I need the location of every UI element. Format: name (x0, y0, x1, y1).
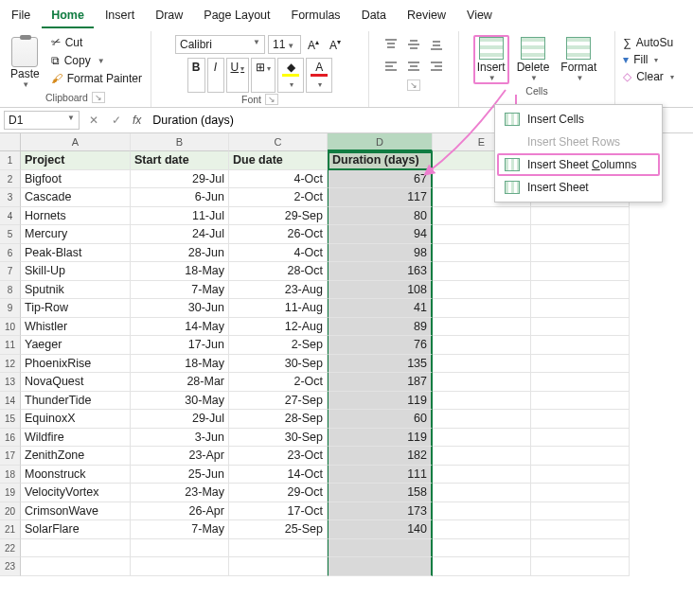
cell[interactable] (433, 336, 531, 355)
cell[interactable]: 14-May (131, 318, 229, 337)
accept-formula-button[interactable]: ✓ (108, 114, 125, 127)
cell[interactable]: 23-Oct (229, 447, 328, 466)
row-header-9[interactable]: 9 (0, 299, 21, 318)
cell[interactable] (531, 207, 630, 226)
row-header-16[interactable]: 16 (0, 429, 21, 448)
cell[interactable]: 158 (328, 484, 433, 502)
cell[interactable] (531, 557, 630, 576)
format-cells-button[interactable]: Format▼ (557, 35, 600, 84)
cell[interactable]: 7-May (131, 281, 229, 300)
cell[interactable] (229, 557, 328, 576)
menu-home[interactable]: Home (42, 4, 94, 28)
font-name-select[interactable]: Calibri ▼ (175, 35, 265, 54)
cell[interactable] (531, 539, 630, 558)
underline-button[interactable]: U▾ (226, 58, 250, 93)
cell[interactable]: 26-Oct (229, 225, 328, 244)
cell[interactable]: 14-Oct (229, 466, 328, 484)
cell[interactable]: 67 (328, 170, 433, 189)
cell[interactable]: 4-Oct (229, 170, 328, 189)
menu-page-layout[interactable]: Page Layout (194, 4, 279, 28)
cell[interactable]: 108 (328, 281, 433, 300)
cell[interactable]: 28-Mar (131, 373, 229, 392)
cell[interactable]: 23-May (131, 484, 229, 502)
cell[interactable]: ThunderTide (21, 392, 131, 411)
cell[interactable]: Hornets (21, 207, 131, 226)
cell[interactable]: Mercury (21, 225, 131, 244)
cell[interactable]: Bigfoot (21, 170, 131, 189)
copy-button[interactable]: ⧉Copy▼ (49, 53, 144, 68)
row-header-18[interactable]: 18 (0, 466, 21, 484)
cell[interactable] (433, 520, 531, 539)
cell[interactable]: 94 (328, 225, 433, 244)
cell[interactable]: 23-Aug (229, 281, 328, 300)
cell[interactable]: 12-Aug (229, 318, 328, 337)
cell[interactable] (531, 281, 630, 300)
row-header-19[interactable]: 19 (0, 484, 21, 502)
menu-formulas[interactable]: Formulas (282, 4, 350, 28)
cell[interactable]: 111 (328, 466, 433, 484)
cell[interactable] (531, 355, 630, 374)
row-header-7[interactable]: 7 (0, 262, 21, 281)
cell[interactable]: Wildfire (21, 429, 131, 448)
row-header-6[interactable]: 6 (0, 244, 21, 263)
cell[interactable] (229, 539, 328, 558)
cell[interactable]: 98 (328, 244, 433, 263)
cell[interactable] (531, 262, 630, 281)
cell[interactable]: 140 (328, 520, 433, 539)
cell[interactable]: 23-Apr (131, 447, 229, 466)
clipboard-launcher[interactable]: ↘ (92, 92, 105, 103)
col-header-A[interactable]: A (21, 133, 131, 151)
cell[interactable]: CrimsonWave (21, 502, 131, 521)
cell[interactable]: PhoenixRise (21, 355, 131, 374)
cell[interactable]: 11-Jul (131, 207, 229, 226)
align-bottom-button[interactable] (426, 35, 447, 54)
cell[interactable] (433, 373, 531, 392)
cell[interactable] (531, 447, 630, 466)
cell[interactable]: 30-Jun (131, 299, 229, 318)
cell[interactable]: 17-Oct (229, 502, 328, 521)
font-color-button[interactable]: A▾ (306, 58, 332, 93)
cell[interactable] (433, 429, 531, 448)
cell[interactable] (433, 355, 531, 374)
cell[interactable] (531, 466, 630, 484)
col-header-D[interactable]: D (328, 133, 433, 151)
grow-font-button[interactable]: A▴ (304, 36, 323, 54)
cell[interactable]: 11-Aug (229, 299, 328, 318)
cell[interactable]: 173 (328, 502, 433, 521)
row-header-22[interactable]: 22 (0, 539, 21, 558)
cell[interactable] (531, 429, 630, 448)
cell[interactable] (21, 557, 131, 576)
cell[interactable]: Cascade (21, 188, 131, 207)
cell[interactable]: 163 (328, 262, 433, 281)
shrink-font-button[interactable]: A▾ (326, 36, 345, 54)
cell[interactable] (531, 520, 630, 539)
cell[interactable] (433, 447, 531, 466)
row-header-10[interactable]: 10 (0, 318, 21, 337)
fill-color-button[interactable]: ◆▾ (277, 58, 304, 93)
cell[interactable]: 4-Oct (229, 244, 328, 263)
ctx-insert-columns[interactable]: Insert Sheet Columns (497, 153, 660, 176)
cell[interactable]: Peak-Blast (21, 244, 131, 263)
cell[interactable]: 18-May (131, 355, 229, 374)
cell[interactable]: 25-Jun (131, 466, 229, 484)
cell[interactable]: 28-Jun (131, 244, 229, 263)
row-header-5[interactable]: 5 (0, 225, 21, 244)
paste-button[interactable]: Paste ▼ (7, 35, 44, 91)
cell[interactable]: Duration (days) (328, 151, 433, 170)
cell[interactable] (433, 466, 531, 484)
cell[interactable] (531, 410, 630, 429)
cell[interactable] (531, 373, 630, 392)
row-header-3[interactable]: 3 (0, 188, 21, 207)
row-header-17[interactable]: 17 (0, 447, 21, 466)
align-center-button[interactable] (403, 57, 424, 76)
italic-button[interactable]: I (207, 58, 224, 93)
cell[interactable]: Tip-Row (21, 299, 131, 318)
cell[interactable] (433, 207, 531, 226)
cell[interactable] (433, 410, 531, 429)
font-launcher[interactable]: ↘ (265, 94, 278, 105)
cell[interactable]: 2-Oct (229, 188, 328, 207)
row-header-1[interactable]: 1 (0, 151, 21, 170)
cell[interactable] (531, 318, 630, 337)
cell[interactable]: 182 (328, 447, 433, 466)
name-box[interactable]: D1 ▼ (4, 111, 80, 130)
